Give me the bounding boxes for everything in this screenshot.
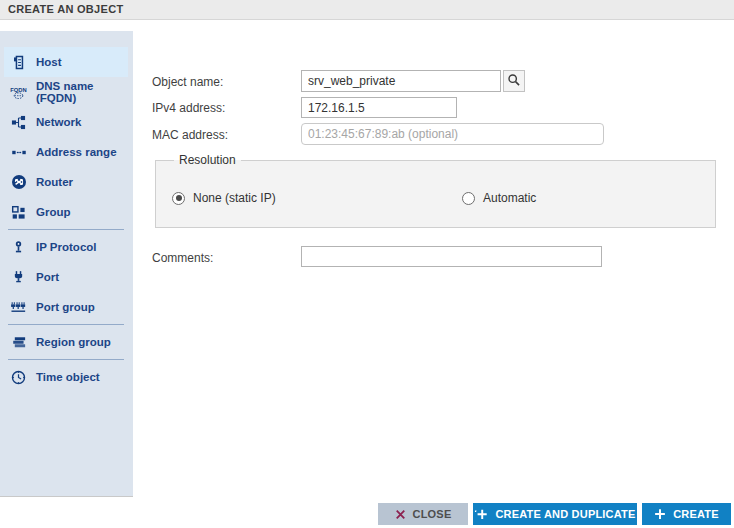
object-name-input[interactable] xyxy=(301,70,501,92)
sidebar-item-label: Group xyxy=(36,206,71,218)
resolution-legend: Resolution xyxy=(174,153,241,167)
sidebar-item-dns-name-fqdn[interactable]: FQDNDNS name (FQDN) xyxy=(4,77,128,107)
radio-unselected-icon[interactable] xyxy=(462,192,475,205)
x-icon xyxy=(395,509,406,520)
radio-option-automatic[interactable]: Automatic xyxy=(462,191,536,205)
time-object-icon xyxy=(10,369,27,385)
sidebar-item-label: Region group xyxy=(36,336,111,348)
sidebar-item-label: IP Protocol xyxy=(36,241,97,253)
create-object-dialog: CREATE AN OBJECT HostFQDNDNS name (FQDN)… xyxy=(0,0,734,528)
page-title: CREATE AN OBJECT xyxy=(0,0,734,20)
resolution-options: None (static IP)Automatic xyxy=(172,191,715,205)
sidebar-item-time-object[interactable]: Time object xyxy=(4,362,128,392)
plus-duplicate-icon xyxy=(474,508,488,521)
resolution-fieldset: Resolution None (static IP)Automatic xyxy=(155,153,716,228)
address-range-icon xyxy=(10,144,27,160)
fqdn-icon: FQDN xyxy=(10,84,27,100)
sidebar-item-label: Port xyxy=(36,271,59,283)
create-and-duplicate-button[interactable]: CREATE AND DUPLICATE xyxy=(473,503,637,525)
create-button[interactable]: CREATE xyxy=(642,503,731,525)
sidebar-item-network[interactable]: Network xyxy=(4,107,128,137)
create-button-label: CREATE xyxy=(673,508,719,520)
router-icon xyxy=(10,174,27,190)
sidebar-divider xyxy=(8,229,124,230)
sidebar-item-label: Router xyxy=(36,176,73,188)
plus-icon xyxy=(654,508,666,520)
sidebar-item-label: Network xyxy=(36,116,81,128)
radio-selected-icon[interactable] xyxy=(172,192,185,205)
ipv4-address-input[interactable] xyxy=(301,97,457,118)
port-group-icon xyxy=(10,299,27,315)
sidebar-item-address-range[interactable]: Address range xyxy=(4,137,128,167)
network-icon xyxy=(10,114,27,130)
radio-option-none-static-ip[interactable]: None (static IP) xyxy=(172,191,462,205)
svg-text:FQDN: FQDN xyxy=(10,86,26,92)
sidebar-divider xyxy=(8,324,124,325)
mac-address-label: MAC address: xyxy=(152,128,228,142)
group-icon xyxy=(10,204,27,220)
close-button[interactable]: CLOSE xyxy=(378,503,468,525)
mac-address-input[interactable] xyxy=(301,123,604,145)
sidebar-item-region-group[interactable]: Region group xyxy=(4,327,128,357)
sidebar-item-port-group[interactable]: Port group xyxy=(4,292,128,322)
sidebar-item-label: Address range xyxy=(36,146,117,158)
radio-option-label: None (static IP) xyxy=(193,191,276,205)
ip-protocol-icon xyxy=(10,239,27,255)
sidebar-item-port[interactable]: Port xyxy=(4,262,128,292)
region-group-icon xyxy=(10,334,27,350)
sidebar-item-router[interactable]: Router xyxy=(4,167,128,197)
sidebar-item-label: Time object xyxy=(36,371,100,383)
comments-label: Comments: xyxy=(152,251,213,265)
search-icon xyxy=(507,73,521,90)
sidebar: HostFQDNDNS name (FQDN)NetworkAddress ra… xyxy=(0,31,133,497)
radio-option-label: Automatic xyxy=(483,191,536,205)
sidebar-item-label: Host xyxy=(36,56,62,68)
sidebar-item-group[interactable]: Group xyxy=(4,197,128,227)
sidebar-item-host[interactable]: Host xyxy=(4,47,128,77)
close-button-label: CLOSE xyxy=(413,508,452,520)
search-button[interactable] xyxy=(503,70,525,92)
host-icon xyxy=(10,54,27,70)
sidebar-divider xyxy=(8,359,124,360)
object-name-label: Object name: xyxy=(152,75,223,89)
sidebar-item-label: Port group xyxy=(36,301,95,313)
port-icon xyxy=(10,269,27,285)
ipv4-address-label: IPv4 address: xyxy=(152,101,225,115)
comments-input[interactable] xyxy=(301,246,602,267)
create-and-duplicate-button-label: CREATE AND DUPLICATE xyxy=(495,508,635,520)
sidebar-item-label: DNS name (FQDN) xyxy=(36,80,128,104)
sidebar-item-ip-protocol[interactable]: IP Protocol xyxy=(4,232,128,262)
